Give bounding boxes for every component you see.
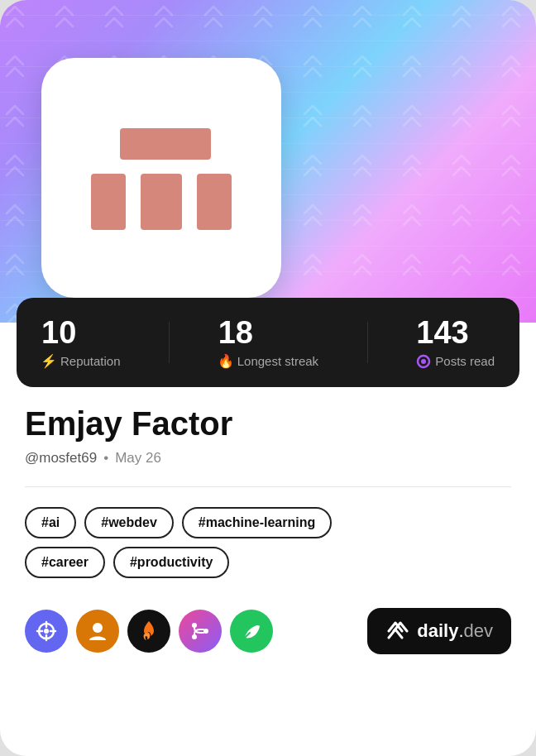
- fire-social-icon[interactable]: [127, 610, 170, 653]
- profile-divider: [25, 486, 511, 487]
- stat-posts: 143 Posts read: [416, 316, 495, 369]
- leaf-social-icon[interactable]: [230, 610, 273, 653]
- profile-username: @mosfet69: [25, 450, 97, 467]
- tags-section: #ai #webdev #machine-learning #career #p…: [0, 507, 536, 578]
- stats-bar: 10 ⚡ Reputation 18 🔥 Longest streak 143: [17, 298, 519, 387]
- tag-ai[interactable]: #ai: [25, 507, 76, 538]
- social-icons: [25, 610, 273, 653]
- profile-date: May 26: [115, 450, 161, 467]
- posts-label: Posts read: [416, 354, 495, 369]
- reputation-label: ⚡ Reputation: [41, 354, 121, 369]
- reputation-text: Reputation: [60, 354, 121, 368]
- tags-row-2: #career #productivity: [25, 547, 511, 578]
- flame-icon: 🔥: [218, 354, 233, 369]
- daily-dev-chevron-icon: [385, 620, 410, 643]
- svg-point-13: [93, 623, 103, 633]
- daily-dev-logo: daily . dev: [367, 608, 511, 654]
- robot-avatar-svg: [74, 91, 248, 265]
- code-social-icon[interactable]: [179, 610, 222, 653]
- daily-dev-word: dev: [464, 620, 493, 642]
- tag-productivity[interactable]: #productivity: [113, 547, 229, 578]
- profile-info: Emjay Factor @mosfet69 • May 26: [0, 404, 536, 467]
- lightning-icon: ⚡: [41, 354, 56, 369]
- profile-meta: @mosfet69 • May 26: [25, 450, 511, 467]
- svg-rect-1: [120, 128, 211, 160]
- svg-point-12: [44, 629, 49, 634]
- svg-rect-2: [91, 174, 126, 230]
- streak-label: 🔥 Longest streak: [218, 354, 318, 369]
- bottom-row: daily . dev: [0, 591, 536, 677]
- profile-banner: [0, 0, 536, 323]
- posts-text: Posts read: [435, 354, 495, 368]
- profile-card: 10 ⚡ Reputation 18 🔥 Longest streak 143: [0, 0, 536, 756]
- crosshair-social-icon[interactable]: [25, 610, 68, 653]
- profile-name: Emjay Factor: [25, 404, 511, 443]
- svg-rect-4: [197, 174, 232, 230]
- stat-streak: 18 🔥 Longest streak: [218, 316, 318, 369]
- svg-point-6: [421, 359, 426, 364]
- streak-text: Longest streak: [237, 354, 318, 368]
- stat-divider-1: [169, 322, 170, 363]
- reputation-value: 10: [41, 316, 76, 351]
- tags-row-1: #ai #webdev #machine-learning: [25, 507, 511, 538]
- circle-icon: [416, 354, 431, 369]
- stat-divider-2: [367, 322, 368, 363]
- posts-value: 143: [416, 316, 468, 351]
- meta-dot: •: [103, 450, 108, 467]
- avatar: [41, 58, 281, 298]
- daily-word: daily: [417, 620, 458, 642]
- daily-dev-text: daily . dev: [417, 620, 493, 642]
- tag-career[interactable]: #career: [25, 547, 105, 578]
- tag-machine-learning[interactable]: #machine-learning: [182, 507, 332, 538]
- stat-reputation: 10 ⚡ Reputation: [41, 316, 121, 369]
- user-avatar-social-icon[interactable]: [76, 610, 119, 653]
- tag-webdev[interactable]: #webdev: [84, 507, 174, 538]
- svg-rect-3: [141, 174, 182, 230]
- streak-value: 18: [218, 316, 253, 351]
